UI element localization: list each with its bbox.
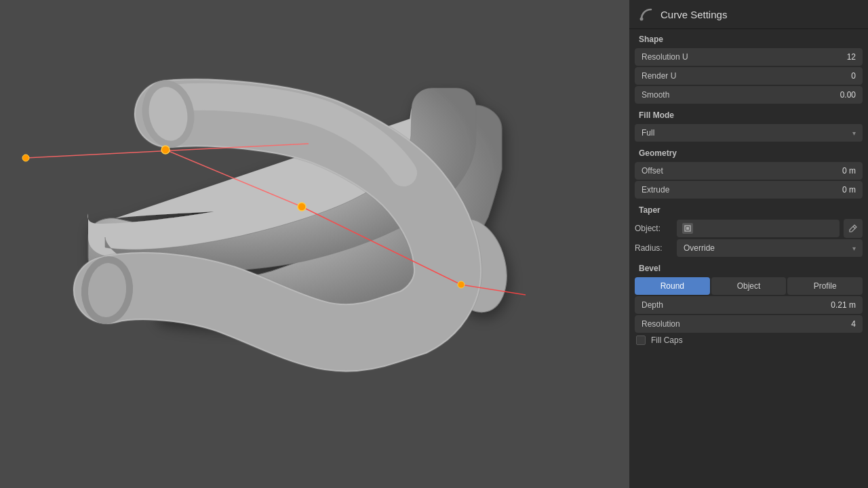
- taper-object-row: Object:: [635, 219, 863, 238]
- offset-field[interactable]: Offset 0 m: [635, 162, 863, 180]
- taper-section-label: Taper: [629, 200, 868, 218]
- bevel-resolution-value: 4: [851, 319, 856, 329]
- svg-line-8: [461, 285, 526, 295]
- svg-point-0: [433, 212, 516, 320]
- fill-mode-section-label: Fill Mode: [629, 105, 868, 123]
- fill-mode-dropdown[interactable]: Full ▾: [635, 124, 863, 142]
- taper-radius-row: Radius: Override ▾: [635, 239, 863, 257]
- fill-mode-value: Full: [642, 128, 654, 138]
- offset-value: 0 m: [842, 166, 856, 176]
- extrude-button[interactable]: Extrude 0 m: [635, 181, 863, 199]
- extrude-value: 0 m: [842, 185, 856, 195]
- svg-point-12: [458, 281, 465, 288]
- panel-title: Curve Settings: [660, 9, 727, 20]
- bevel-resolution-button[interactable]: Resolution 4: [635, 315, 863, 333]
- bevel-section-label: Bevel: [629, 258, 868, 276]
- svg-point-1: [137, 76, 199, 152]
- properties-panel: Curve Settings Shape Resolution U 12 Ren…: [629, 0, 868, 488]
- extrude-label: Extrude: [642, 185, 669, 195]
- fill-mode-chevron-icon: ▾: [852, 129, 856, 137]
- panel-header: Curve Settings: [629, 0, 868, 29]
- bevel-type-buttons: Round Object Profile: [635, 277, 863, 295]
- render-u-button[interactable]: Render U 0: [635, 67, 863, 85]
- bevel-resolution-label: Resolution: [642, 319, 680, 329]
- smooth-field[interactable]: Smooth 0.00: [635, 86, 863, 104]
- extrude-field[interactable]: Extrude 0 m: [635, 181, 863, 199]
- svg-point-4: [86, 262, 129, 319]
- svg-line-16: [853, 226, 855, 228]
- resolution-u-field[interactable]: Resolution U 12: [635, 48, 863, 66]
- resolution-u-button[interactable]: Resolution U 12: [635, 48, 863, 66]
- render-u-value: 0: [851, 71, 856, 81]
- fill-caps-row[interactable]: Fill Caps: [636, 336, 861, 345]
- taper-radius-value: Override: [684, 243, 715, 253]
- taper-object-input[interactable]: [677, 220, 840, 237]
- fill-mode-dropdown-row[interactable]: Full ▾: [635, 124, 863, 142]
- taper-object-label: Object:: [635, 224, 673, 233]
- geometry-section-label: Geometry: [629, 143, 868, 161]
- render-u-label: Render U: [642, 71, 676, 81]
- fill-caps-label: Fill Caps: [651, 336, 683, 345]
- resolution-u-label: Resolution U: [642, 52, 688, 62]
- fill-caps-checkbox[interactable]: [636, 336, 646, 345]
- taper-radius-chevron-icon: ▾: [852, 245, 856, 252]
- bevel-depth-value: 0.21 m: [831, 300, 856, 310]
- smooth-value: 0.00: [840, 90, 856, 100]
- bevel-round-button[interactable]: Round: [635, 277, 710, 295]
- bevel-object-button[interactable]: Object: [711, 277, 787, 295]
- svg-point-9: [22, 155, 29, 161]
- shape-section-label: Shape: [629, 29, 868, 47]
- bevel-depth-label: Depth: [642, 300, 663, 310]
- svg-point-11: [298, 203, 306, 211]
- bevel-resolution-field[interactable]: Resolution 4: [635, 315, 863, 333]
- smooth-button[interactable]: Smooth 0.00: [635, 86, 863, 104]
- svg-line-5: [26, 144, 309, 158]
- svg-point-13: [640, 18, 644, 21]
- svg-rect-15: [686, 227, 689, 230]
- render-u-field[interactable]: Render U 0: [635, 67, 863, 85]
- svg-line-7: [302, 207, 461, 285]
- curve-icon: [639, 7, 654, 22]
- svg-point-10: [161, 146, 170, 154]
- svg-point-2: [144, 84, 191, 144]
- taper-object-icon: [682, 223, 693, 234]
- taper-eyedropper-button[interactable]: [844, 219, 863, 238]
- bevel-depth-field[interactable]: Depth 0.21 m: [635, 296, 863, 314]
- 3d-viewport[interactable]: [0, 0, 629, 488]
- resolution-u-value: 12: [847, 52, 856, 62]
- bevel-profile-button[interactable]: Profile: [787, 277, 863, 295]
- bevel-depth-button[interactable]: Depth 0.21 m: [635, 296, 863, 314]
- svg-line-6: [165, 150, 302, 207]
- svg-point-3: [79, 254, 136, 326]
- smooth-label: Smooth: [642, 90, 669, 100]
- offset-button[interactable]: Offset 0 m: [635, 162, 863, 180]
- taper-radius-label: Radius:: [635, 243, 673, 253]
- offset-label: Offset: [642, 166, 663, 176]
- taper-radius-dropdown[interactable]: Override ▾: [677, 239, 863, 257]
